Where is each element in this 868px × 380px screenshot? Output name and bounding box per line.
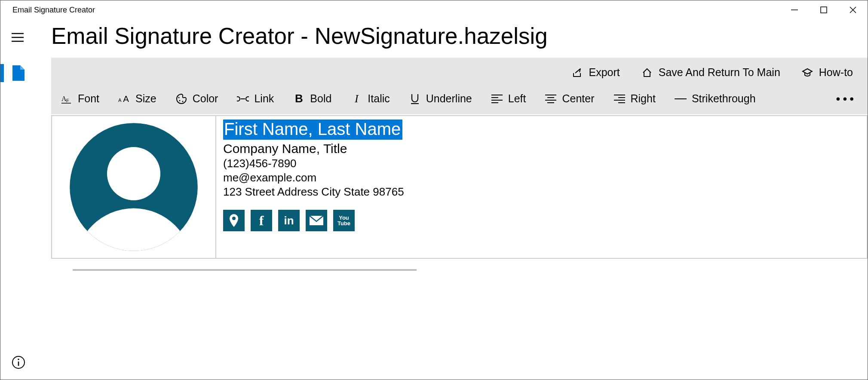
page-title: Email Signature Creator - NewSignature.h… [51, 23, 868, 49]
titlebar: Email Signature Creator [0, 0, 868, 19]
youtube-icon: YouTube [337, 215, 350, 226]
info-button[interactable] [10, 354, 27, 371]
bold-icon: B [293, 93, 305, 105]
bold-label: Bold [310, 92, 331, 105]
avatar-cell[interactable] [52, 116, 216, 258]
signature-fields[interactable]: First Name, Last Name Company Name, Titl… [216, 116, 867, 258]
align-right-icon [613, 93, 626, 105]
align-left-icon [491, 93, 503, 105]
svg-point-37 [232, 217, 236, 220]
align-right-button[interactable]: Right [613, 91, 656, 107]
info-icon [12, 355, 25, 369]
svg-text:A: A [123, 94, 129, 104]
svg-point-16 [179, 100, 180, 101]
graduation-icon [802, 67, 813, 78]
palette-icon [175, 93, 187, 105]
more-icon: ••• [836, 92, 856, 105]
social-linkedin[interactable]: in [278, 210, 300, 231]
font-icon: AF [61, 93, 73, 105]
howto-button[interactable]: How-to [800, 64, 855, 81]
underline-button[interactable]: Underline [408, 91, 473, 107]
signature-company[interactable]: Company Name, Title [223, 141, 860, 156]
social-facebook[interactable]: f [251, 210, 272, 231]
underline-label: Underline [426, 92, 472, 105]
svg-point-8 [18, 359, 19, 360]
more-button[interactable]: ••• [836, 92, 859, 106]
close-button[interactable] [838, 0, 868, 19]
align-center-label: Center [562, 92, 594, 105]
align-left-label: Left [508, 92, 526, 105]
maximize-button[interactable] [809, 0, 838, 19]
minimize-button[interactable] [780, 0, 809, 19]
facebook-icon: f [259, 213, 264, 229]
export-button[interactable]: Export [570, 64, 622, 81]
window-controls [780, 0, 868, 19]
content: Email Signature Creator - NewSignature.h… [0, 19, 868, 380]
nav-active-indicator [0, 64, 4, 82]
color-button[interactable]: Color [175, 91, 219, 107]
home-icon [641, 67, 653, 78]
hamburger-icon [12, 33, 24, 42]
social-location[interactable] [223, 210, 245, 231]
italic-button[interactable]: I Italic [350, 91, 390, 107]
svg-text:F: F [66, 98, 69, 103]
scrollbar-thumb[interactable] [73, 269, 417, 271]
align-left-button[interactable]: Left [490, 91, 527, 107]
app-title: Email Signature Creator [12, 6, 95, 15]
social-mail[interactable] [306, 210, 327, 231]
ribbon: Export Save And Return To Main How-to [51, 58, 868, 114]
link-label: Link [254, 92, 274, 105]
ribbon-top: Export Save And Return To Main How-to [60, 64, 859, 85]
italic-icon: I [350, 93, 362, 105]
main: Email Signature Creator - NewSignature.h… [35, 19, 868, 380]
signature-editor[interactable]: First Name, Last Name Company Name, Titl… [51, 115, 868, 259]
strike-icon [675, 93, 687, 105]
svg-point-35 [107, 147, 160, 200]
signature-phone[interactable]: (123)456-7890 [223, 157, 860, 170]
link-button[interactable]: Link [236, 91, 275, 107]
italic-label: Italic [368, 92, 390, 105]
save-return-label: Save And Return To Main [659, 66, 780, 79]
document-icon [11, 65, 25, 81]
location-icon [229, 214, 239, 227]
strike-label: Strikethrough [692, 92, 756, 105]
minimize-icon [791, 6, 798, 14]
social-row: f in YouTube [223, 210, 860, 231]
underline-icon [409, 93, 421, 105]
svg-point-17 [182, 101, 183, 102]
align-center-icon [545, 93, 557, 105]
howto-label: How-to [819, 66, 853, 79]
horizontal-scrollbar[interactable] [73, 267, 868, 273]
signature-name[interactable]: First Name, Last Name [223, 120, 402, 140]
signature-email[interactable]: me@example.com [223, 171, 860, 184]
mail-icon [309, 215, 324, 226]
strike-button[interactable]: Strikethrough [674, 91, 757, 107]
nav-document[interactable] [5, 62, 31, 84]
link-icon [237, 93, 249, 105]
svg-rect-1 [821, 7, 827, 13]
size-icon: AA [118, 93, 130, 105]
linkedin-icon: in [284, 214, 294, 227]
svg-point-15 [178, 97, 179, 98]
font-label: Font [78, 92, 99, 105]
social-youtube[interactable]: YouTube [333, 210, 355, 231]
align-right-label: Right [631, 92, 656, 105]
save-return-button[interactable]: Save And Return To Main [640, 64, 782, 81]
bold-button[interactable]: B Bold [292, 91, 332, 107]
color-label: Color [193, 92, 218, 105]
close-icon [849, 6, 857, 14]
signature-address[interactable]: 123 Street Address City State 98765 [223, 185, 860, 199]
toolbar: AF Font AA Size Color [60, 85, 859, 114]
svg-text:A: A [118, 98, 122, 103]
maximize-icon [820, 6, 828, 14]
size-button[interactable]: AA Size [117, 91, 157, 107]
export-label: Export [589, 66, 620, 79]
export-icon [572, 67, 583, 78]
font-button[interactable]: AF Font [60, 91, 100, 107]
size-label: Size [135, 92, 156, 105]
avatar-icon [67, 120, 200, 254]
align-center-button[interactable]: Center [544, 91, 595, 107]
sidebar [0, 19, 35, 380]
menu-button[interactable] [7, 27, 28, 48]
